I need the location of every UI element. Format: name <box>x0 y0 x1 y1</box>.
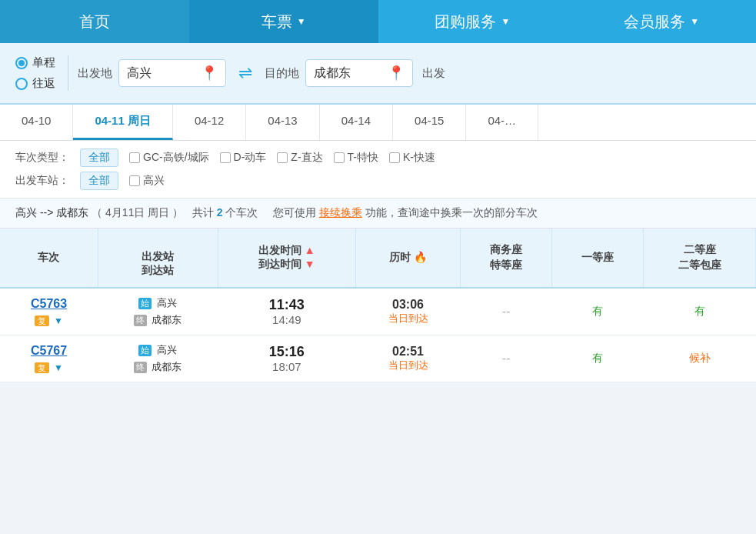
date-tab-0410[interactable]: 04-10 <box>0 105 73 140</box>
filter-t-checkbox <box>334 152 345 163</box>
filter-d[interactable]: D-动车 <box>220 151 267 165</box>
sort-down-icon[interactable]: ▼ <box>305 258 315 270</box>
date-tabs: 04-10 04-11 周日 04-12 04-13 04-14 04-15 0… <box>0 105 756 141</box>
train-c5767[interactable]: C5767 <box>31 344 67 357</box>
duration-cell-c5767: 02:51 当日到达 <box>355 335 460 382</box>
date-tab-0413[interactable]: 04-13 <box>246 105 319 140</box>
second-cell-c5767: 候补 <box>644 335 756 382</box>
filter-z[interactable]: Z-直达 <box>277 151 322 165</box>
date-tab-0415[interactable]: 04-15 <box>393 105 466 140</box>
filter-gc[interactable]: GC-高铁/城际 <box>129 151 209 165</box>
oneway-radio-circle <box>15 57 28 69</box>
stations-cell-c5767: 始 高兴 终 成都东 <box>98 335 218 382</box>
sort-up-icon[interactable]: ▲ <box>305 244 315 256</box>
th-business: 商务座特等座 <box>461 229 552 288</box>
first-cell-c5767: 有 <box>552 335 644 382</box>
c5763-to-badge: 终 <box>134 315 147 326</box>
all-train-types-btn[interactable]: 全部 <box>80 149 118 167</box>
filter-k-checkbox <box>389 152 400 163</box>
train-c5763[interactable]: C5763 <box>31 297 67 310</box>
table-row: C5767 复 ▼ 始 高兴 终 成都东 15:16 18:07 <box>0 335 756 382</box>
station-filter-label: 出发车站： <box>15 174 69 188</box>
result-count: 2 <box>217 206 223 219</box>
first-cell-c5763: 有 <box>552 288 644 335</box>
th-second: 二等座二等包座 <box>644 229 756 288</box>
th-train: 车次 <box>0 229 98 288</box>
train-table: 车次 出发站到达站 出发时间 ▲ 到达时间 ▼ 历时 🔥 商务座特等座 一等座 <box>0 229 756 382</box>
filter-z-checkbox <box>277 152 288 163</box>
date-tab-0411[interactable]: 04-11 周日 <box>73 105 173 140</box>
result-route: 高兴 --> 成都东 <box>15 206 88 219</box>
date-tab-0414[interactable]: 04-14 <box>320 105 393 140</box>
table-row: C5763 复 ▼ 始 高兴 终 成都东 11:43 14:49 <box>0 288 756 335</box>
result-date: 4月11日 周日 <box>105 206 169 219</box>
from-location-icon: 📍 <box>201 65 218 82</box>
filter-gaoxing-checkbox <box>129 175 140 186</box>
date-tab-next[interactable]: 04-… <box>466 105 538 140</box>
c5767-to-badge: 终 <box>134 362 147 373</box>
to-input[interactable]: 成都东 📍 <box>305 59 413 87</box>
fu-badge-c5763: 复 <box>35 315 49 326</box>
filter-d-checkbox <box>220 152 231 163</box>
all-stations-btn[interactable]: 全部 <box>80 172 118 190</box>
oneway-radio[interactable]: 单程 <box>15 55 55 70</box>
nav-member[interactable]: 会员服务 ▼ <box>567 0 756 43</box>
train-no-cell: C5763 复 ▼ <box>0 288 98 335</box>
main-nav: 首页 车票 ▼ 团购服务 ▼ 会员服务 ▼ <box>0 0 756 43</box>
from-field-group: 出发地 高兴 📍 <box>78 59 226 87</box>
depart-label: 出发 <box>422 66 445 81</box>
filter-bar: 车次类型： 全部 GC-高铁/城际 D-动车 Z-直达 T-特快 K-快速 出发… <box>0 141 756 199</box>
c5763-from-badge: 始 <box>138 298 152 309</box>
business-cell-c5767: -- <box>461 335 552 382</box>
th-stations: 出发站到达站 <box>98 229 218 288</box>
train-no-cell-c5767: C5767 复 ▼ <box>0 335 98 382</box>
search-bar: 单程 往返 出发地 高兴 📍 ⇌ 目的地 成都东 📍 出发 <box>0 43 756 105</box>
filter-t[interactable]: T-特快 <box>334 151 378 165</box>
date-tab-0412[interactable]: 04-12 <box>173 105 246 140</box>
roundtrip-radio-circle <box>15 78 28 90</box>
depart-date-group: 出发 <box>422 66 445 81</box>
train-type-filter: 车次类型： 全部 GC-高铁/城际 D-动车 Z-直达 T-特快 K-快速 <box>15 149 741 167</box>
duration-sort-icon[interactable]: 🔥 <box>414 251 427 263</box>
nav-tickets-arrow: ▼ <box>297 16 306 27</box>
filter-gaoxing[interactable]: 高兴 <box>129 174 165 188</box>
stations-cell-c5763: 始 高兴 终 成都东 <box>98 288 218 335</box>
filter-gc-checkbox <box>129 152 140 163</box>
nav-home[interactable]: 首页 <box>0 0 189 43</box>
c5763-dropdown[interactable]: ▼ <box>54 315 63 326</box>
second-cell-c5763: 有 <box>644 288 756 335</box>
th-duration: 历时 🔥 <box>355 229 460 288</box>
th-times: 出发时间 ▲ 到达时间 ▼ <box>218 229 355 288</box>
to-field-group: 目的地 成都东 📍 <box>265 59 413 87</box>
c5767-from-badge: 始 <box>138 345 152 356</box>
roundtrip-radio[interactable]: 往返 <box>15 76 55 91</box>
nav-group[interactable]: 团购服务 ▼ <box>378 0 568 43</box>
business-cell-c5763: -- <box>461 288 552 335</box>
times-cell-c5767: 15:16 18:07 <box>218 335 355 382</box>
c5767-dropdown[interactable]: ▼ <box>54 362 63 373</box>
table-header-row: 车次 出发站到达站 出发时间 ▲ 到达时间 ▼ 历时 🔥 商务座特等座 一等座 <box>0 229 756 288</box>
duration-cell-c5763: 03:06 当日到达 <box>355 288 460 335</box>
trip-type-group: 单程 往返 <box>15 55 68 91</box>
nav-member-arrow: ▼ <box>690 16 699 27</box>
train-type-label: 车次类型： <box>15 151 69 165</box>
nav-group-arrow: ▼ <box>501 16 510 27</box>
station-filter: 出发车站： 全部 高兴 <box>15 172 741 190</box>
swap-button[interactable]: ⇌ <box>235 63 255 83</box>
th-first: 一等座 <box>552 229 644 288</box>
filter-k[interactable]: K-快速 <box>389 151 435 165</box>
to-location-icon: 📍 <box>388 65 405 82</box>
transfer-link[interactable]: 接续换乘 <box>319 206 362 219</box>
fu-badge-c5767: 复 <box>35 362 49 373</box>
from-label: 出发地 <box>78 66 112 81</box>
to-label: 目的地 <box>265 66 299 81</box>
from-input[interactable]: 高兴 📍 <box>118 59 226 87</box>
nav-tickets[interactable]: 车票 ▼ <box>189 0 378 43</box>
result-info: 高兴 --> 成都东 （ 4月11日 周日 ） 共计 2 个车次 您可使用 接续… <box>0 199 756 229</box>
times-cell-c5763: 11:43 14:49 <box>218 288 355 335</box>
